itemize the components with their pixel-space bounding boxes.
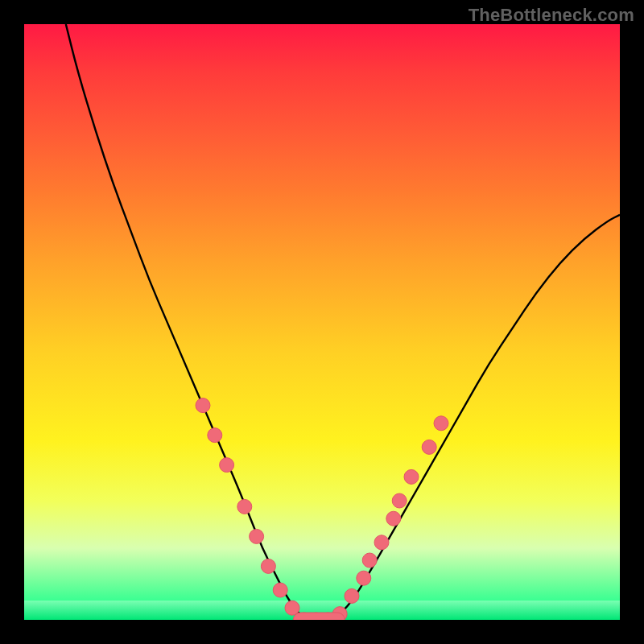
marker-dot [237, 499, 252, 514]
bottleneck-curve [66, 24, 620, 620]
curve-svg [24, 24, 620, 620]
marker-dot [220, 458, 234, 473]
marker-dot [345, 588, 359, 603]
watermark-text: TheBottleneck.com [469, 5, 634, 26]
flat-region-marker [293, 613, 345, 620]
marker-dot [196, 398, 210, 413]
marker-dot [357, 571, 371, 585]
marker-dot [404, 469, 419, 484]
marker-dot [250, 529, 264, 543]
marker-dot [273, 583, 287, 597]
marker-dot [362, 553, 377, 568]
marker-dot [386, 511, 401, 526]
marker-dot [261, 559, 275, 573]
plot-area [24, 24, 620, 620]
chart-frame: TheBottleneck.com [0, 0, 644, 644]
marker-dot [434, 416, 448, 431]
marker-dot [374, 535, 389, 550]
marker-dot [422, 440, 436, 454]
marker-dot [208, 428, 222, 443]
marker-dot [392, 493, 407, 508]
